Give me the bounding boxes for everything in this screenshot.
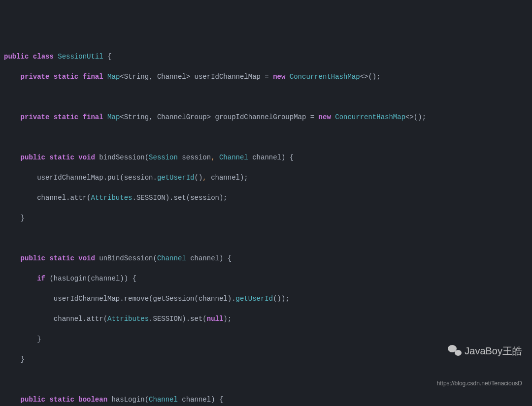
variable: session [190, 194, 219, 202]
comma: , [202, 174, 206, 182]
keyword-new: new [319, 113, 331, 121]
paren: ()) [273, 295, 285, 303]
method: put [107, 174, 120, 182]
variable: channel [54, 315, 83, 323]
brace: { [133, 275, 136, 282]
variable: userIdChannelMap [37, 174, 103, 182]
generic: <>() [360, 73, 377, 81]
paren: ) [182, 315, 186, 323]
wechat-icon [448, 345, 462, 357]
code-line: public class SessionUtil { [4, 52, 528, 62]
generic: <String, Channel> [120, 73, 190, 81]
blank-line [4, 233, 528, 244]
paren: ) [223, 315, 227, 323]
method: unBindSession [99, 254, 153, 262]
keyword: void [78, 254, 95, 262]
null: null [207, 315, 224, 323]
keyword-class: class [33, 53, 54, 61]
method: getUserId [236, 295, 273, 303]
dot: . [186, 315, 190, 323]
paren: ( [145, 396, 149, 404]
paren: ) [166, 194, 169, 202]
keyword: final [83, 113, 103, 121]
code-line: userIdChannelMap.remove(getSession(chann… [4, 294, 528, 304]
brace: } [37, 335, 41, 343]
paren: ( [202, 315, 206, 323]
param: channel [182, 396, 211, 404]
paren: ( [120, 174, 124, 182]
semicolon: ; [228, 315, 232, 323]
keyword: static [49, 254, 74, 262]
keyword: final [83, 73, 103, 81]
brace: { [219, 396, 223, 404]
paren: ( [49, 275, 53, 282]
keyword-new: new [273, 73, 285, 81]
method: bindSession [99, 154, 144, 161]
method: set [190, 315, 202, 323]
dot: . [83, 315, 87, 323]
code-line: } [4, 213, 528, 223]
method: hasLogin [54, 275, 87, 282]
keyword: public [21, 154, 45, 161]
keyword: private [21, 113, 50, 121]
code-line: if (hasLogin(channel)) { [4, 274, 528, 284]
keyword: static [54, 113, 78, 121]
paren: ( [195, 295, 199, 303]
variable: session [124, 174, 153, 182]
type: Attributes [107, 315, 149, 323]
paren: ) [219, 254, 223, 262]
paren: ) [281, 154, 285, 161]
type: Session [149, 154, 178, 161]
variable: groupIdChannelGroupMap [215, 113, 306, 121]
method: set [174, 194, 186, 202]
property: SESSION [153, 315, 182, 323]
watermark-title: JavaBoy王皓 [437, 345, 522, 357]
brace: } [21, 355, 25, 363]
operator: = [310, 113, 314, 121]
dot: . [132, 194, 136, 202]
paren: ( [153, 254, 157, 262]
semicolon: ; [244, 174, 248, 182]
type: Channel [219, 154, 248, 161]
semicolon: ; [223, 194, 227, 202]
brace: { [290, 154, 294, 161]
code-line: private static final Map<String, Channel… [4, 72, 528, 82]
keyword: private [21, 73, 50, 81]
paren: ( [145, 154, 149, 161]
comma: , [211, 154, 215, 161]
method: getUserId [157, 174, 195, 182]
operator: = [265, 73, 268, 81]
paren: ) [228, 295, 232, 303]
method: attr [70, 194, 87, 202]
brace: { [107, 53, 111, 61]
param: channel [190, 254, 219, 262]
type: Map [107, 73, 120, 81]
method: remove [124, 295, 149, 303]
keyword: void [78, 154, 95, 161]
keyword-public: public [4, 53, 29, 61]
paren: ( [186, 194, 190, 202]
keyword: public [21, 254, 45, 262]
property: SESSION [136, 194, 166, 202]
type: Attributes [91, 194, 132, 202]
code-line: public static void bindSession(Session s… [4, 153, 528, 163]
dot: . [153, 174, 157, 182]
generic: <String, ChannelGroup> [120, 113, 211, 121]
keyword: static [54, 73, 78, 81]
semicolon: ; [376, 73, 380, 81]
variable: userIdChannelMap [195, 73, 261, 81]
variable: userIdChannelMap [54, 295, 120, 303]
paren: () [195, 174, 203, 182]
method: hasLogin [111, 396, 144, 404]
code-line: channel.attr(Attributes.SESSION).set(ses… [4, 193, 528, 203]
code-line: userIdChannelMap.put(session.getUserId()… [4, 173, 528, 183]
variable: channel [199, 295, 228, 303]
code-line: public static void unBindSession(Channel… [4, 253, 528, 264]
watermark-url: https://blog.csdn.net/TenaciousD [437, 378, 522, 389]
method: getSession [153, 295, 194, 303]
type: Channel [149, 396, 178, 404]
variable: channel [211, 174, 240, 182]
type: ConcurrentHashMap [290, 73, 360, 81]
semicolon: ; [285, 295, 289, 303]
type: Map [107, 113, 120, 121]
